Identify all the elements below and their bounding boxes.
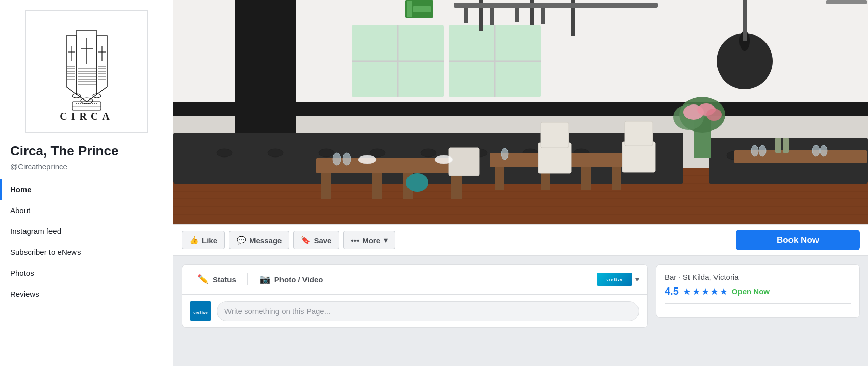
svg-point-74 xyxy=(217,149,232,157)
main-content: 👍 Like 💬 Message 🔖 Save ••• More ▾ Book … xyxy=(173,0,868,366)
more-label: More xyxy=(362,236,380,245)
message-button[interactable]: 💬 Message xyxy=(229,231,289,249)
svg-point-75 xyxy=(268,149,283,157)
book-now-button[interactable]: Book Now xyxy=(736,230,860,250)
status-tab-label: Status xyxy=(213,275,236,284)
svg-point-37 xyxy=(90,103,91,104)
svg-point-77 xyxy=(370,149,385,157)
page-name: Circa, The Prince xyxy=(0,143,173,160)
more-dots-icon: ••• xyxy=(351,236,359,245)
sidebar-item-home[interactable]: Home xyxy=(0,179,173,200)
svg-point-36 xyxy=(88,103,89,104)
svg-point-76 xyxy=(319,149,334,157)
sidebar-item-enews-link[interactable]: Subscriber to eNews xyxy=(0,242,173,263)
svg-point-117 xyxy=(820,145,827,156)
svg-rect-101 xyxy=(622,142,655,172)
star-4: ★ xyxy=(710,286,719,297)
post-input-row: cre8ive Write something on this Page... xyxy=(182,295,647,327)
post-input[interactable]: Write something on this Page... xyxy=(217,301,639,321)
svg-text:cre8ive: cre8ive xyxy=(193,310,208,315)
svg-rect-67 xyxy=(454,3,658,8)
svg-rect-96 xyxy=(612,167,621,190)
sidebar-item-instagram-link[interactable]: Instagram feed xyxy=(0,221,173,242)
svg-rect-89 xyxy=(372,173,382,199)
sidebar-item-photos[interactable]: Photos xyxy=(0,263,173,283)
sidebar-nav: Home About Instagram feed Subscriber to … xyxy=(0,179,173,304)
info-divider xyxy=(665,303,851,304)
svg-rect-70 xyxy=(515,8,519,22)
svg-rect-71 xyxy=(541,8,545,24)
action-bar: 👍 Like 💬 Message 🔖 Save ••• More ▾ Book … xyxy=(173,224,868,256)
svg-point-38 xyxy=(92,103,93,104)
svg-point-108 xyxy=(706,109,722,121)
sidebar-item-home-link[interactable]: Home xyxy=(2,179,173,200)
info-card: Bar · St Kilda, Victoria 4.5 ★ ★ ★ ★ ★ O… xyxy=(656,264,860,318)
sidebar-item-enews[interactable]: Subscriber to eNews xyxy=(0,242,173,263)
action-bar-left: 👍 Like 💬 Message 🔖 Save ••• More ▾ xyxy=(182,231,395,249)
like-icon: 👍 xyxy=(189,236,199,245)
svg-point-39 xyxy=(94,103,95,104)
status-tab[interactable]: ✏️ Status xyxy=(190,270,243,289)
post-tabs: ✏️ Status 📷 Photo / Video cre8ive ▾ xyxy=(182,265,647,295)
post-avatar: cre8ive xyxy=(190,301,211,321)
open-now-status: Open Now xyxy=(732,287,770,296)
svg-point-113 xyxy=(501,148,508,160)
svg-rect-88 xyxy=(321,173,331,199)
svg-rect-121 xyxy=(413,6,431,12)
svg-point-122 xyxy=(358,155,376,164)
post-tab-extra: cre8ive ▾ xyxy=(597,273,639,286)
save-button[interactable]: 🔖 Save xyxy=(293,231,339,249)
save-icon: 🔖 xyxy=(301,236,311,245)
svg-rect-95 xyxy=(581,167,591,190)
svg-rect-110 xyxy=(783,138,789,153)
sidebar-item-instagram[interactable]: Instagram feed xyxy=(0,221,173,242)
svg-point-32 xyxy=(80,103,81,104)
page-handle: @Circatheprince xyxy=(0,160,173,179)
svg-point-111 xyxy=(333,153,341,165)
svg-rect-68 xyxy=(464,8,468,23)
star-2: ★ xyxy=(692,286,700,297)
svg-point-40 xyxy=(96,103,97,104)
svg-point-114 xyxy=(751,145,758,156)
info-rating-row: 4.5 ★ ★ ★ ★ ★ Open Now xyxy=(665,285,851,297)
like-label: Like xyxy=(202,236,217,245)
cre8ive-badge: cre8ive xyxy=(597,273,632,286)
svg-rect-69 xyxy=(490,8,494,25)
svg-point-25 xyxy=(81,98,93,104)
sidebar: CIRCA Circa, The Prince @Circatheprince … xyxy=(0,0,173,366)
photo-video-tab-label: Photo / Video xyxy=(274,275,323,284)
svg-point-31 xyxy=(78,103,79,104)
svg-text:CIRCA: CIRCA xyxy=(60,111,114,122)
svg-rect-100 xyxy=(449,148,479,176)
star-3: ★ xyxy=(701,286,709,297)
message-icon: 💬 xyxy=(237,236,246,245)
sidebar-item-photos-link[interactable]: Photos xyxy=(0,263,173,283)
star-1: ★ xyxy=(683,286,691,297)
sidebar-item-reviews-link[interactable]: Reviews xyxy=(0,283,173,304)
sidebar-item-about[interactable]: About xyxy=(0,200,173,221)
svg-point-116 xyxy=(812,145,820,156)
svg-rect-120 xyxy=(407,1,412,17)
svg-point-78 xyxy=(421,149,436,157)
svg-rect-93 xyxy=(495,167,504,190)
chevron-down-icon: ▾ xyxy=(384,236,388,245)
svg-point-112 xyxy=(343,153,351,165)
svg-point-123 xyxy=(435,155,453,164)
sidebar-item-reviews[interactable]: Reviews xyxy=(0,283,173,304)
svg-rect-109 xyxy=(775,138,781,153)
cover-photo xyxy=(173,0,868,224)
sidebar-item-about-link[interactable]: About xyxy=(0,200,173,221)
profile-logo: CIRCA xyxy=(25,10,148,133)
svg-rect-66 xyxy=(743,0,747,41)
svg-point-34 xyxy=(84,103,85,104)
tab-divider xyxy=(247,273,248,285)
photo-video-tab[interactable]: 📷 Photo / Video xyxy=(252,270,330,289)
stars-container: ★ ★ ★ ★ ★ xyxy=(683,286,728,297)
info-rating-number: 4.5 xyxy=(665,285,679,297)
more-button[interactable]: ••• More ▾ xyxy=(343,231,395,249)
post-box: ✏️ Status 📷 Photo / Video cre8ive ▾ xyxy=(182,264,648,328)
post-options-dropdown[interactable]: ▾ xyxy=(635,275,639,283)
svg-point-30 xyxy=(76,103,77,104)
svg-rect-91 xyxy=(451,173,462,199)
like-button[interactable]: 👍 Like xyxy=(182,231,225,249)
